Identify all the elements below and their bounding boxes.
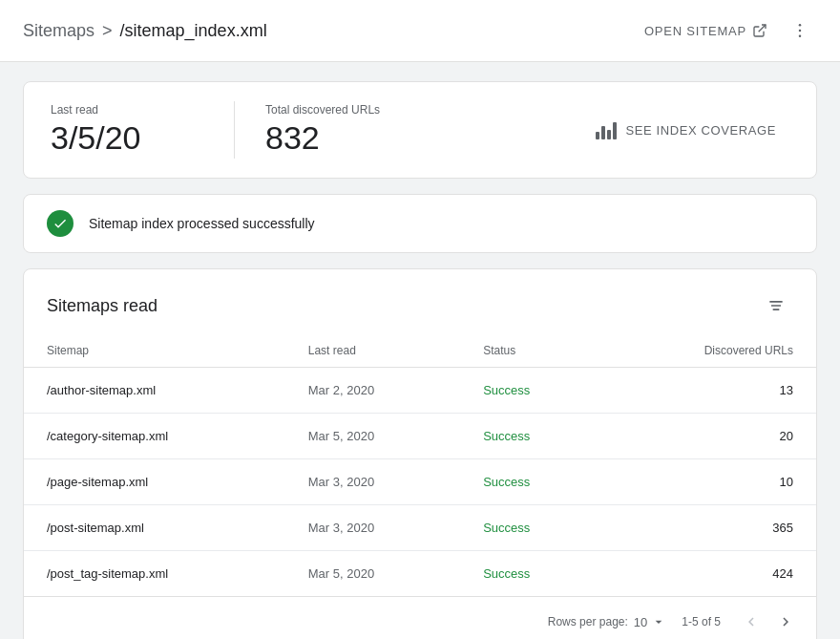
stat-divider	[234, 101, 235, 159]
sitemap-name-cell[interactable]: /category-sitemap.xml	[24, 414, 285, 459]
last-read-value: 3/5/20	[51, 120, 203, 156]
stats-card: Last read 3/5/20 Total discovered URLs 8…	[23, 81, 817, 179]
main-content: Last read 3/5/20 Total discovered URLs 8…	[0, 62, 840, 639]
checkmark-icon	[52, 216, 68, 231]
status-cell: Success	[460, 459, 605, 505]
rows-per-page-label: Rows per page:	[548, 615, 628, 628]
sitemap-name-cell[interactable]: /post-sitemap.xml	[24, 505, 285, 551]
open-sitemap-button[interactable]: OPEN SITEMAP	[637, 17, 775, 44]
filter-button[interactable]	[759, 288, 793, 323]
total-urls-label: Total discovered URLs	[265, 103, 418, 117]
svg-point-2	[799, 30, 802, 32]
breadcrumb: Sitemaps > /sitemap_index.xml	[23, 21, 267, 41]
status-cell: Success	[460, 414, 605, 459]
col-status: Status	[460, 334, 605, 368]
next-page-button[interactable]	[770, 607, 801, 637]
svg-line-0	[759, 25, 766, 32]
col-last-read: Last read	[285, 334, 460, 368]
status-cell: Success	[460, 551, 605, 597]
bar-chart-icon	[596, 120, 617, 139]
previous-page-button[interactable]	[736, 607, 766, 637]
table-row: /post_tag-sitemap.xml Mar 5, 2020 Succes…	[24, 551, 816, 597]
rows-per-page-value: 10	[634, 615, 647, 629]
more-vertical-icon	[790, 21, 809, 40]
table-header-row: Sitemap Last read Status Discovered URLs	[24, 334, 816, 368]
more-options-button[interactable]	[783, 13, 817, 48]
sitemaps-title: Sitemaps read	[47, 296, 158, 316]
svg-point-1	[799, 24, 802, 27]
header-actions: OPEN SITEMAP	[637, 13, 817, 48]
see-index-label: SEE INDEX COVERAGE	[626, 123, 776, 138]
last-read-label: Last read	[51, 103, 203, 117]
pagination: Rows per page: 10 1-5 of 5	[24, 596, 816, 639]
col-sitemap: Sitemap	[24, 334, 285, 368]
status-cell: Success	[460, 368, 605, 414]
table-row: /author-sitemap.xml Mar 2, 2020 Success …	[24, 368, 816, 414]
page-header: Sitemaps > /sitemap_index.xml OPEN SITEM…	[0, 0, 840, 62]
success-icon	[47, 210, 74, 237]
breadcrumb-separator: >	[102, 21, 113, 41]
open-sitemap-label: OPEN SITEMAP	[644, 24, 746, 38]
total-urls-value: 832	[265, 120, 418, 156]
external-link-icon	[752, 23, 767, 38]
sitemaps-card: Sitemaps read Sitemap Last read Status D…	[23, 268, 817, 639]
table-row: /post-sitemap.xml Mar 3, 2020 Success 36…	[24, 505, 816, 551]
rows-per-page-select[interactable]: 10	[634, 614, 666, 629]
filter-list-icon	[766, 296, 786, 315]
status-cell: Success	[460, 505, 605, 551]
table-row: /category-sitemap.xml Mar 5, 2020 Succes…	[24, 414, 816, 459]
urls-cell: 10	[605, 459, 816, 505]
table-row: /page-sitemap.xml Mar 3, 2020 Success 10	[24, 459, 816, 505]
breadcrumb-current: /sitemap_index.xml	[120, 21, 267, 41]
see-index-coverage-button[interactable]: SEE INDEX COVERAGE	[582, 111, 789, 149]
last-read-cell: Mar 5, 2020	[285, 414, 460, 459]
sitemaps-table: Sitemap Last read Status Discovered URLs…	[24, 334, 816, 596]
total-urls-stat: Total discovered URLs 832	[265, 103, 418, 156]
success-card: Sitemap index processed successfully	[23, 194, 817, 253]
sitemap-name-cell[interactable]: /page-sitemap.xml	[24, 459, 285, 505]
last-read-cell: Mar 2, 2020	[285, 368, 460, 414]
urls-cell: 365	[605, 505, 816, 551]
breadcrumb-parent[interactable]: Sitemaps	[23, 21, 94, 41]
pagination-range: 1-5 of 5	[682, 615, 721, 628]
pagination-navigation	[736, 607, 801, 637]
last-read-cell: Mar 5, 2020	[285, 551, 460, 597]
last-read-stat: Last read 3/5/20	[51, 103, 203, 156]
chevron-down-icon	[651, 614, 666, 629]
chevron-left-icon	[743, 613, 760, 630]
chevron-right-icon	[777, 613, 794, 630]
sitemap-name-cell[interactable]: /author-sitemap.xml	[24, 368, 285, 414]
last-read-cell: Mar 3, 2020	[285, 505, 460, 551]
urls-cell: 20	[605, 414, 816, 459]
col-discovered-urls: Discovered URLs	[605, 334, 816, 368]
sitemaps-card-header: Sitemaps read	[24, 269, 816, 334]
last-read-cell: Mar 3, 2020	[285, 459, 460, 505]
urls-cell: 13	[605, 368, 816, 414]
success-message: Sitemap index processed successfully	[89, 216, 315, 231]
rows-per-page: Rows per page: 10	[548, 614, 667, 629]
svg-point-3	[799, 35, 802, 38]
urls-cell: 424	[605, 551, 816, 597]
sitemap-name-cell[interactable]: /post_tag-sitemap.xml	[24, 551, 285, 597]
